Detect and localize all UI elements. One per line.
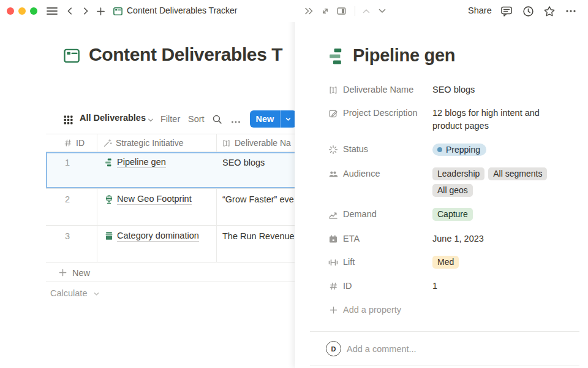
property-row-audience: Audience Leadership All segments All geo… [328,167,555,197]
back-button[interactable] [64,5,76,17]
favorite-button[interactable] [543,5,556,17]
sidebar-menu-button[interactable] [46,5,58,17]
property-value[interactable]: June 1, 2023 [432,232,484,245]
side-peek-button[interactable] [335,5,347,17]
property-value[interactable]: SEO blogs [432,83,475,96]
search-button[interactable] [212,114,222,127]
property-value[interactable]: Leadership All segments All geos [432,167,555,197]
cell-id[interactable]: 1 [65,158,70,167]
status-dot [437,147,442,152]
page-title: Content Deliverables T [89,44,282,65]
property-value[interactable]: Prepping [432,143,486,156]
people-icon [328,169,338,179]
property-label[interactable]: Deliverable Name [343,83,432,96]
property-label[interactable]: Demand [343,208,432,221]
record-link[interactable]: Pipeline gen [117,157,166,168]
new-record-button[interactable]: New [250,110,296,128]
cell-deliverable[interactable]: “Grow Faster” eve [222,194,294,204]
stacked-bars-icon [104,158,114,167]
hash-icon [64,139,72,147]
open-full-page-button[interactable] [319,5,331,17]
property-value[interactable]: Capture [432,208,473,221]
property-value[interactable]: 1 [432,280,437,293]
property-row-lift: Lift Med [328,256,459,269]
property-label[interactable]: Status [343,143,432,156]
column-header-deliverable[interactable]: Deliverable Na [222,138,291,148]
record-link[interactable]: Category domination [117,231,199,242]
grid-view-icon [64,115,73,125]
status-pill-label: Prepping [446,144,480,156]
status-spinner-icon [328,145,338,155]
user-avatar: D [326,341,341,356]
table-border [46,282,295,282]
comment-bubble-icon [500,6,513,17]
tag-all-segments[interactable]: All segments [488,167,547,180]
property-row-eta: ETA June 1, 2023 [328,232,484,245]
new-tab-button[interactable] [94,5,107,17]
next-record-button[interactable] [376,5,388,17]
breadcrumb-page-icon-button[interactable] [111,5,124,17]
previous-record-button[interactable] [360,5,372,17]
add-property-button[interactable]: Add a property [328,304,401,316]
table-border [46,225,295,226]
tag-all-geos[interactable]: All geos [432,184,473,197]
window-zoom-button[interactable] [30,7,37,15]
comment-input[interactable]: Add a comment... [347,344,417,354]
tag-capture[interactable]: Capture [432,208,473,221]
table-view-button[interactable] [64,115,73,127]
books-stack-icon [104,231,114,241]
page-icon[interactable] [62,47,81,65]
record-link[interactable]: New Geo Footprint [117,194,192,205]
view-chevron-down-icon[interactable] [147,117,154,124]
board-icon [113,6,123,17]
forward-button[interactable] [80,5,92,17]
breadcrumb-title[interactable]: Content Deliverables Tracker [127,6,238,15]
filter-button[interactable]: Filter [160,114,180,124]
property-label[interactable]: Audience [343,167,432,180]
new-record-dropdown[interactable] [280,110,296,128]
expand-diagonal-icon [320,6,330,16]
property-label[interactable]: ID [343,280,432,293]
property-value[interactable]: Med [432,256,459,269]
audience-tags: Leadership All segments All geos [432,167,555,197]
more-options-button[interactable] [565,5,577,17]
property-row-demand: Demand Capture [328,208,473,221]
window-close-button[interactable] [7,7,14,15]
view-options-button[interactable] [231,117,241,128]
updates-button[interactable] [522,5,534,17]
globe-icon [104,194,114,204]
calculate-button[interactable]: Calculate [50,288,87,298]
record-icon[interactable] [327,47,347,66]
sort-button[interactable]: Sort [188,114,205,124]
comments-button[interactable] [500,5,513,17]
cell-deliverable[interactable]: The Run Revenue S [222,231,303,241]
calculate-chevron-icon[interactable] [93,291,100,297]
text-cursor-icon [222,139,231,148]
chevron-left-icon [66,7,74,15]
tag-leadership[interactable]: Leadership [432,167,484,180]
add-row-button[interactable] [58,268,67,280]
dumbbell-icon [328,258,338,267]
plus-icon [58,268,67,277]
ellipsis-icon [231,119,241,125]
column-header-id[interactable]: ID [64,138,85,148]
cell-id[interactable]: 3 [65,231,70,241]
calendar-icon [328,234,338,244]
property-label[interactable]: Lift [343,256,432,269]
tag-med[interactable]: Med [432,256,459,269]
table-border [46,188,295,189]
window-minimize-button[interactable] [18,7,26,15]
add-row-label[interactable]: New [72,268,90,278]
view-tab-all-deliverables[interactable]: All Deliverables [80,113,146,123]
property-value[interactable]: 12 blogs for high intent and product pag… [432,107,555,132]
add-property-label: Add a property [343,304,401,316]
record-title[interactable]: Pipeline gen [353,45,455,66]
cell-deliverable[interactable]: SEO blogs [222,158,265,167]
close-peek-button[interactable] [303,5,315,17]
property-label[interactable]: ETA [343,232,432,245]
share-button[interactable]: Share [468,6,492,15]
property-label[interactable]: Project Description [343,107,432,120]
status-pill[interactable]: Prepping [432,144,486,156]
cell-id[interactable]: 2 [65,194,70,204]
column-header-initiative[interactable]: Strategic Initiative [103,138,184,148]
